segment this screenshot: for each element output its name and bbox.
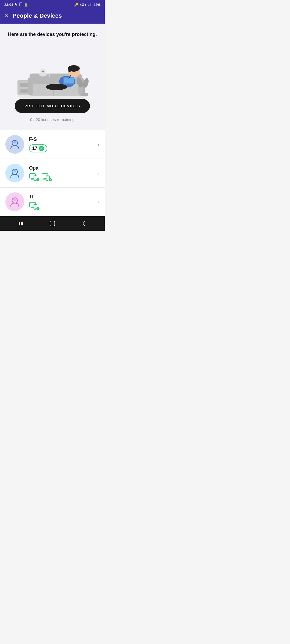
back-button[interactable] xyxy=(78,218,90,229)
svg-rect-0 xyxy=(19,3,22,6)
status-right: 🔑 4G+ 44% xyxy=(74,3,100,7)
svg-rect-4 xyxy=(21,5,21,5)
svg-rect-23 xyxy=(68,67,71,72)
person-devices-fs: 17 ✓ xyxy=(29,144,97,152)
svg-point-51 xyxy=(13,198,16,201)
svg-point-31 xyxy=(43,71,44,72)
person-info-fs: F-S 17 ✓ xyxy=(29,137,97,152)
sim-icon xyxy=(19,2,23,7)
person-name-opa: Opa xyxy=(29,165,97,171)
svg-rect-16 xyxy=(28,78,33,95)
svg-rect-1 xyxy=(20,4,20,4)
person-name-fs: F-S xyxy=(29,137,97,142)
svg-point-20 xyxy=(46,84,67,90)
device-icon-1: ✓ xyxy=(29,173,39,181)
person-info-opa: Opa ✓ xyxy=(29,165,97,181)
page-title: People & Devices xyxy=(13,12,62,19)
chevron-right-icon: › xyxy=(97,199,99,205)
hero-illustration xyxy=(9,43,95,102)
svg-rect-5 xyxy=(88,5,89,6)
protect-devices-button[interactable]: PROTECT MORE DEVICES xyxy=(15,99,90,113)
home-button[interactable] xyxy=(46,218,58,229)
chevron-right-icon: › xyxy=(97,141,99,148)
app-header: × People & Devices xyxy=(0,9,105,24)
navigation-bar xyxy=(0,216,105,231)
chevron-right-icon: › xyxy=(97,170,99,176)
person-row[interactable]: F-S 17 ✓ › xyxy=(0,130,105,159)
person-info-tt: Tt ✓ xyxy=(29,194,97,210)
status-bar: 23:04 ✎ 🔒 🔑 4G+ 44% xyxy=(0,0,105,9)
device-check-icon: ✓ xyxy=(48,178,52,182)
svg-rect-6 xyxy=(89,4,89,6)
svg-point-37 xyxy=(13,141,16,144)
svg-rect-3 xyxy=(20,5,20,5)
check-icon: ✓ xyxy=(39,146,44,151)
device-icon-2: ✓ xyxy=(41,173,51,181)
recent-apps-button[interactable] xyxy=(15,218,27,229)
edit-icon: ✎ xyxy=(15,3,17,7)
people-list: F-S 17 ✓ › xyxy=(0,130,105,216)
vpn-icon: 🔑 xyxy=(74,3,78,7)
svg-point-27 xyxy=(40,69,46,74)
lock-icon: 🔒 xyxy=(24,3,28,7)
svg-rect-58 xyxy=(21,222,22,225)
hero-section: Here are the devices you're protecting. xyxy=(0,24,105,130)
avatar-fs xyxy=(5,135,24,154)
svg-rect-35 xyxy=(81,93,88,96)
device-check-icon: ✓ xyxy=(36,206,40,211)
svg-rect-2 xyxy=(21,4,21,4)
svg-point-30 xyxy=(42,71,43,72)
avatar-tt xyxy=(5,192,24,211)
device-count-badge: 17 ✓ xyxy=(29,144,47,152)
svg-rect-60 xyxy=(50,221,55,226)
device-check-icon: ✓ xyxy=(36,178,40,182)
hero-title: Here are the devices you're protecting. xyxy=(8,32,97,37)
main-content: Here are the devices you're protecting. xyxy=(0,24,105,216)
licenses-remaining: 0 / 20 licenses remaining xyxy=(30,117,75,122)
time-display: 23:04 xyxy=(4,3,13,7)
person-devices-opa: ✓ ✓ xyxy=(29,173,97,181)
person-name-tt: Tt xyxy=(29,194,97,200)
avatar-opa xyxy=(5,164,24,182)
network-type: 4G+ xyxy=(80,3,86,7)
device-count: 17 xyxy=(32,146,37,151)
svg-rect-57 xyxy=(19,222,20,225)
svg-rect-8 xyxy=(90,3,91,6)
svg-rect-7 xyxy=(90,3,90,6)
person-devices-tt: ✓ xyxy=(29,202,97,210)
device-icon-1: ✓ xyxy=(29,202,39,210)
person-row[interactable]: Opa ✓ xyxy=(0,159,105,188)
close-button[interactable]: × xyxy=(5,13,8,19)
signal-icon xyxy=(88,3,92,7)
status-left: 23:04 ✎ 🔒 xyxy=(4,2,28,7)
svg-rect-59 xyxy=(22,222,23,225)
battery-level: 44% xyxy=(93,3,100,7)
person-row[interactable]: Tt ✓ › xyxy=(0,188,105,216)
